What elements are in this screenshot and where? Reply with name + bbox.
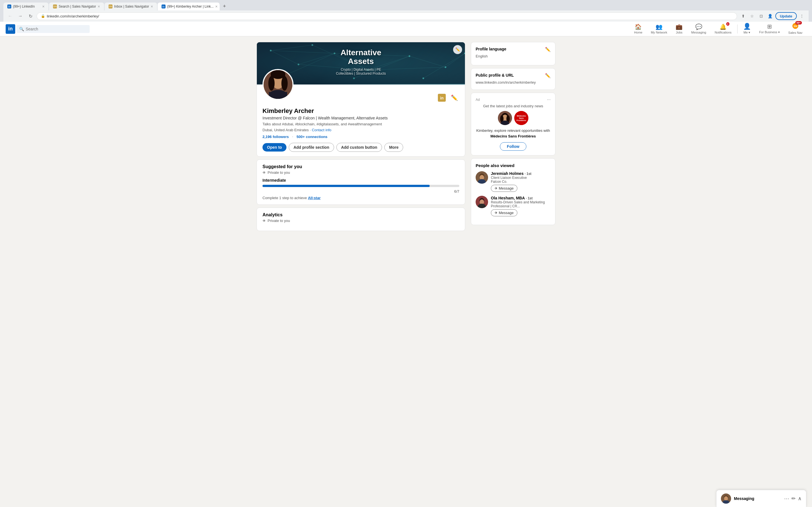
analytics-card: Analytics 👁 Private to you	[257, 208, 465, 231]
nav-item-jobs[interactable]: 💼 Jobs	[672, 22, 687, 36]
followers-link[interactable]: 2,196 followers	[262, 135, 289, 139]
people-also-viewed-card: People also viewed Jeremiah Holmes · 1st	[471, 158, 555, 225]
new-tab-button[interactable]: +	[220, 2, 229, 10]
svg-rect-36	[269, 92, 287, 99]
people-also-viewed-title: People also viewed	[476, 163, 551, 168]
svg-point-18	[270, 50, 271, 52]
tab-close-3[interactable]: ×	[151, 4, 153, 9]
menu-button[interactable]: ⋮	[798, 12, 806, 20]
ad-label: Ad	[476, 98, 480, 102]
connections-stat: 500+ connections	[297, 134, 327, 139]
svg-text:in: in	[440, 96, 444, 100]
profile-language-card: Profile language ✏️ English	[471, 42, 555, 65]
public-profile-card: Public profile & URL ✏️ www.linkedin.com…	[471, 68, 555, 90]
profile-language-edit-button[interactable]: ✏️	[545, 47, 551, 52]
nav-item-my-network[interactable]: 👥 My Network	[647, 22, 671, 36]
svg-point-32	[268, 76, 274, 91]
message-icon: ✈	[495, 186, 498, 190]
nav-item-me[interactable]: 👤 Me ▾	[739, 22, 755, 36]
tab-close-2[interactable]: ×	[98, 4, 100, 9]
split-view-button[interactable]: ⊡	[757, 12, 765, 20]
person-name-jeremiah: Jeremiah Holmes · 1st	[491, 171, 551, 176]
contact-info-link[interactable]: Contact info	[312, 128, 331, 132]
nav-item-messaging[interactable]: 💬 Messaging	[687, 22, 710, 36]
svg-point-33	[282, 76, 288, 91]
progress-bar-container: 6/7	[262, 185, 459, 193]
banner-edit-button[interactable]: ✏️	[453, 45, 462, 54]
home-icon: 🏠	[635, 23, 642, 30]
progress-level-label: Intermediate	[262, 178, 459, 182]
linkedin-badge-button[interactable]: in	[437, 93, 447, 103]
progress-complete-text: Complete 1 step to achieve All-star	[262, 196, 459, 200]
nav-item-sales-nav-label: Sales Nav	[788, 31, 802, 34]
nav-search-box[interactable]: 🔍	[16, 25, 90, 33]
person-name-ola: Ola Hesham, MBA · 1st	[491, 196, 551, 200]
share-button[interactable]: ⬆	[739, 12, 747, 20]
tab-label-4: (99+) Kimberley Archer | Link...	[167, 4, 214, 8]
profile-button[interactable]: 👤	[766, 12, 774, 20]
nav-item-notifications-label: Notifications	[715, 31, 732, 34]
progress-bar-fill	[262, 185, 430, 187]
profile-avatar	[262, 69, 294, 100]
update-button[interactable]: Update	[775, 12, 797, 20]
nav-item-jobs-label: Jobs	[676, 31, 682, 34]
ad-user-avatar	[498, 111, 512, 125]
more-button[interactable]: More	[384, 143, 403, 152]
avatar-image	[264, 70, 292, 99]
message-ola-button[interactable]: ✈ Message	[491, 209, 517, 216]
add-profile-section-button[interactable]: Add profile section	[289, 143, 334, 152]
address-bar[interactable]: 🔒 linkedin.com/in/archerkimberley/	[37, 12, 737, 20]
tab-linkedin[interactable]: in (99+) LinkedIn ×	[3, 3, 49, 10]
profile-stats: 2,196 followers · 500+ connections	[262, 134, 459, 139]
ad-logos: Médecins Sans Frontières	[476, 111, 551, 125]
nav-item-notifications[interactable]: 🔔● Notifications	[711, 22, 735, 36]
public-profile-title: Public profile & URL	[476, 73, 514, 77]
tab-sales-nav-search[interactable]: SN Search | Sales Navigator ×	[49, 3, 104, 10]
open-to-button[interactable]: Open to	[262, 143, 287, 152]
person-role-jeremiah: Client Liaison Executive	[491, 176, 551, 180]
nav-item-for-business[interactable]: ⊞ For Business ▾	[755, 22, 784, 36]
jobs-icon: 💼	[675, 23, 682, 30]
follow-button[interactable]: Follow	[500, 142, 526, 151]
tab-favicon-3: SN	[109, 4, 112, 8]
for-business-icon: ⊞	[767, 23, 772, 30]
person-info-jeremiah: Jeremiah Holmes · 1st Client Liaison Exe…	[491, 171, 551, 192]
nav-item-home[interactable]: 🏠 Home	[630, 22, 646, 36]
svg-point-27	[353, 77, 355, 79]
bookmark-button[interactable]: ☆	[748, 12, 756, 20]
reload-button[interactable]: ↻	[27, 12, 35, 20]
add-custom-button-button[interactable]: Add custom button	[336, 143, 382, 152]
analytics-subtitle: 👁 Private to you	[262, 219, 459, 223]
ad-header: Ad ⋯	[476, 98, 551, 102]
nav-item-sales-nav[interactable]: SN 99+ Sales Nav	[784, 22, 806, 36]
public-profile-edit-button[interactable]: ✏️	[545, 73, 551, 78]
profile-language-value: English	[476, 54, 551, 58]
suggested-card: Suggested for you 👁 Private to you Inter…	[257, 159, 465, 205]
allstar-link[interactable]: All-star	[308, 196, 320, 200]
tab-label-2: Search | Sales Navigator	[59, 4, 96, 8]
svg-point-22	[409, 55, 410, 57]
person-role-ola: Results-Driven Sales and Marketing Profe…	[491, 200, 551, 208]
search-input[interactable]	[26, 27, 82, 31]
nav-item-messaging-label: Messaging	[691, 31, 706, 34]
tab-favicon-1: in	[7, 4, 11, 8]
forward-button[interactable]: →	[16, 12, 24, 20]
search-icon: 🔍	[19, 27, 24, 31]
analytics-title: Analytics	[262, 212, 459, 217]
profile-edit-button[interactable]: ✏️	[449, 93, 459, 103]
connections-link[interactable]: 500+ connections	[297, 135, 327, 139]
message-jeremiah-button[interactable]: ✈ Message	[491, 185, 517, 192]
lock-icon: 🔒	[41, 14, 45, 18]
tab-sales-nav-inbox[interactable]: SN Inbox | Sales Navigator ×	[105, 3, 157, 10]
main-layout: Alternative Assets Crypto | Digital Asse…	[251, 42, 561, 231]
linkedin-logo[interactable]: in	[6, 24, 15, 34]
linkedin-navbar: in 🔍 🏠 Home 👥 My Network 💼 Jobs 💬 Messag…	[0, 22, 812, 36]
tab-close-4[interactable]: ×	[215, 4, 218, 9]
profile-avatar-area: in ✏️	[257, 84, 465, 107]
profile-avatar-container	[262, 84, 459, 115]
profile-card: Alternative Assets Crypto | Digital Asse…	[257, 42, 465, 157]
tab-close-1[interactable]: ×	[42, 4, 45, 9]
tab-kimberley[interactable]: in (99+) Kimberley Archer | Link... ×	[158, 3, 220, 10]
back-button[interactable]: ←	[6, 12, 14, 20]
ad-more-button[interactable]: ⋯	[547, 98, 551, 102]
